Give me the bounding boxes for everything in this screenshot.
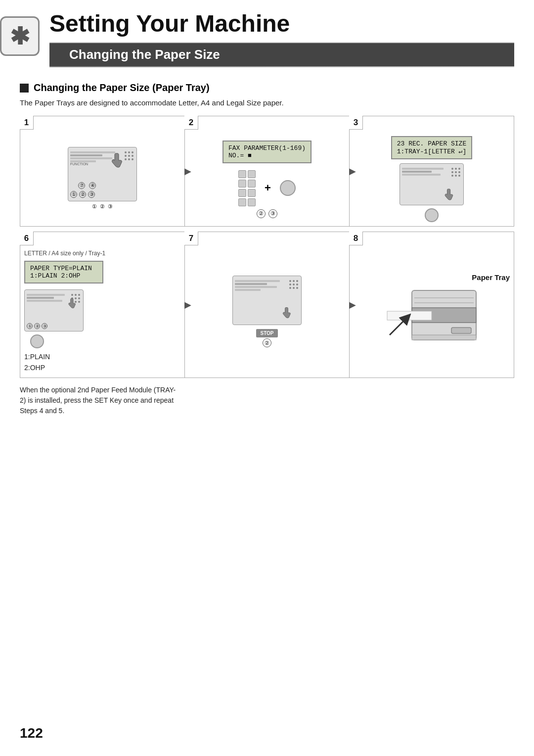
- circle-3b: ③: [42, 323, 47, 329]
- step-2-lcd: FAX PARAMETER(1-169) NO.= ■: [222, 141, 312, 163]
- step-2-arrow: ▶: [348, 167, 357, 176]
- circle-2b: ②: [34, 323, 40, 329]
- main-content: Changing the Paper Size (Paper Tray) The…: [0, 72, 534, 426]
- sub-section-heading: Changing the Paper Size (Paper Tray): [20, 82, 514, 94]
- step-1-number: 1: [20, 116, 34, 130]
- circle-1b: ①: [27, 323, 33, 329]
- chapter-icon: ✱: [0, 16, 40, 56]
- hand-icon-7: [280, 307, 291, 321]
- hand-icon-6: [66, 298, 76, 311]
- circle-4: ④: [89, 182, 96, 189]
- function-label: FUNCTION: [70, 162, 88, 166]
- step-1-labels: ① ② ③: [92, 203, 113, 210]
- stop-label: STOP: [256, 329, 277, 337]
- icon-symbol: ✱: [10, 22, 30, 50]
- circle-2: ②: [79, 191, 86, 198]
- step-7-content: STOP ②: [189, 250, 345, 374]
- machine-illus-3: [400, 163, 464, 205]
- machine-illus-1: ① ② ③ FUNCTION ⑦ ④: [68, 147, 137, 201]
- step-1-box: 1 ① ② ③: [20, 116, 185, 227]
- step-7-arrow: ▶: [348, 300, 357, 309]
- dial-3: [425, 208, 439, 222]
- keypad-illus-2: [238, 170, 256, 206]
- svg-rect-4: [451, 328, 471, 333]
- steps-row-1: 1 ① ② ③: [20, 116, 514, 227]
- step-2-keypad-area: +: [238, 170, 296, 206]
- circle-2c: ②: [263, 338, 271, 347]
- step-6-dial: 1:PLAIN 2:OHP: [24, 334, 50, 374]
- step-6-arrow: ▶: [183, 300, 192, 309]
- hand-icon-1: [109, 152, 123, 170]
- step-8-number: 8: [349, 232, 363, 245]
- step-2-number: 2: [184, 116, 198, 130]
- step-2-box: 2 FAX PARAMETER(1-169) NO.= ■ +: [185, 116, 350, 227]
- step-3-lcd: 23 REC. PAPER SIZE 1:TRAY-1[LETTER ↵]: [391, 136, 472, 159]
- paper-tray-label: Paper Tray: [472, 273, 510, 282]
- hand-icon-3: [443, 188, 453, 203]
- plus-sign: +: [265, 182, 271, 194]
- page-header: ✱ Setting Your Machine Changing the Pape…: [0, 0, 534, 72]
- step-8-box: 8 Paper Tray: [350, 232, 514, 378]
- step-8-content: Paper Tray: [354, 250, 510, 374]
- circle-7: ⑦: [78, 182, 85, 189]
- svg-rect-3: [412, 335, 476, 340]
- header-icon-area: ✱: [0, 0, 49, 72]
- step-7-number: 7: [184, 232, 198, 245]
- machine-illus-6: ① ② ③: [24, 289, 84, 331]
- circle-3a: ③: [268, 209, 277, 218]
- step-3-content: 23 REC. PAPER SIZE 1:TRAY-1[LETTER ↵]: [354, 134, 510, 222]
- intro-text: The Paper Trays are designed to accommod…: [20, 98, 514, 107]
- section-banner: Changing the Paper Size: [49, 43, 514, 66]
- step-1-content: ① ② ③ FUNCTION ⑦ ④: [24, 134, 180, 222]
- step-6-lcd: PAPER TYPE=PLAIN 1:PLAIN 2:OHP: [24, 261, 103, 284]
- step-3-box: 3 23 REC. PAPER SIZE 1:TRAY-1[LETTER ↵]: [350, 116, 514, 227]
- steps-row-2: 6 LETTER / A4 size only / Tray-1 PAPER T…: [20, 232, 514, 378]
- step-6-number: 6: [20, 232, 34, 245]
- paper-tray-illus: [382, 285, 481, 350]
- step-6-content: LETTER / A4 size only / Tray-1 PAPER TYP…: [24, 250, 180, 374]
- circle-3: ③: [88, 191, 95, 198]
- step-1-arrow: ▶: [183, 167, 192, 176]
- step-7-box: 7: [185, 232, 350, 378]
- step-2-content: FAX PARAMETER(1-169) NO.= ■ +: [189, 134, 345, 222]
- bottom-note: When the optional 2nd Paper Feed Module …: [20, 385, 178, 416]
- page-title: Setting Your Machine: [49, 10, 290, 37]
- step-3-number: 3: [349, 116, 363, 130]
- plain-ohp-labels: 1:PLAIN 2:OHP: [24, 351, 50, 374]
- stop-button-area: STOP ②: [256, 329, 277, 347]
- page-number: 122: [20, 725, 43, 741]
- dial-btn-2: [280, 180, 296, 196]
- step-6-machine-area: ① ② ③: [24, 289, 84, 331]
- machine-illus-7: [232, 276, 302, 325]
- step-6-box: 6 LETTER / A4 size only / Tray-1 PAPER T…: [20, 232, 185, 378]
- step-6-sublabel: LETTER / A4 size only / Tray-1: [24, 250, 105, 257]
- circle-1: ①: [70, 191, 77, 198]
- svg-rect-2: [387, 311, 432, 320]
- circle-2a: ②: [257, 209, 266, 218]
